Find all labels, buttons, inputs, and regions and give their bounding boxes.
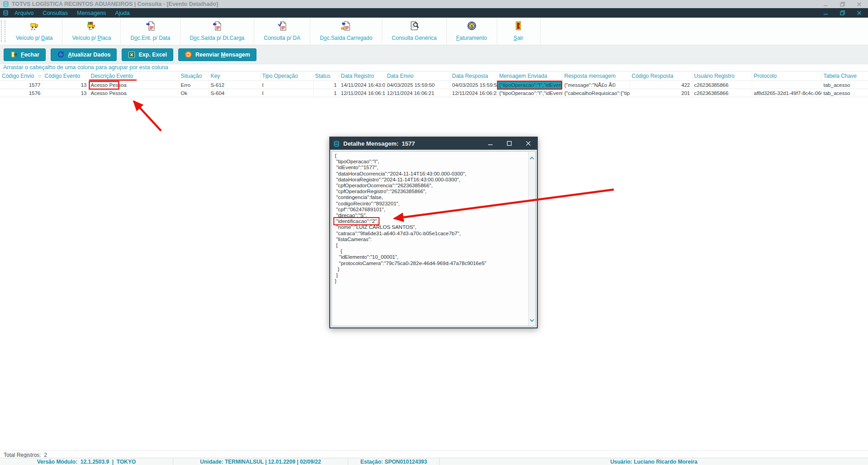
- toolbar-label: Doc.Ent. p/ Data: [130, 35, 170, 41]
- maximize-icon[interactable]: [507, 140, 512, 148]
- button-label: Reenviar Mensagem: [195, 52, 250, 58]
- minimize-icon[interactable]: [823, 2, 828, 7]
- annotation-arrow-grid: [134, 101, 161, 131]
- menu-ajuda[interactable]: Ajuda: [111, 10, 134, 16]
- json-content: { "tipoOperacao":"I", "idEvento":"1577",…: [335, 153, 528, 324]
- cell-data-envio[interactable]: 12/11/2024 16:06:21: [385, 89, 450, 97]
- cell-data-registro[interactable]: 12/11/2024 16:06:18: [339, 89, 385, 97]
- exp-excel-button[interactable]: Exp. Excel: [122, 48, 173, 61]
- cell-protocolo[interactable]: af8d3265-32d1-49f7-8c4c-060648: [752, 89, 821, 97]
- button-label: Atualizar Dados: [68, 52, 110, 58]
- truck-date-icon: [29, 20, 40, 33]
- cell-situacao[interactable]: Ok: [179, 89, 209, 97]
- cell-descricao-evento[interactable]: Acesso Pessoa: [89, 81, 179, 89]
- cell-data-resposta[interactable]: 04/03/2025 15:59:52: [450, 81, 497, 89]
- cell-usuario-registro[interactable]: c26236385866: [692, 81, 752, 89]
- reenviar-mensagem-button[interactable]: Reenviar Mensagem: [178, 48, 256, 61]
- menubar: Arquivo Consultas Mensagens Ajuda: [0, 8, 868, 18]
- col-descricao-evento[interactable]: Descrição Evento: [89, 71, 179, 81]
- cell-data-envio[interactable]: 04/03/2025 15:59:50: [385, 81, 450, 89]
- cell-descricao-evento[interactable]: Acesso Pessoa: [89, 89, 179, 97]
- cell-codigo-envio[interactable]: 1576: [0, 89, 43, 97]
- menu-mensagens[interactable]: Mensagens: [73, 10, 110, 16]
- close-icon[interactable]: [857, 10, 862, 15]
- grid-row-1577[interactable]: 1577 13 Acesso Pessoa Erro S-612 I 1 14/…: [0, 81, 868, 89]
- toolbar-veiculo-data[interactable]: Veículo p/ Data: [6, 18, 62, 45]
- cell-codigo-resposta[interactable]: 201: [630, 89, 692, 97]
- col-data-registro[interactable]: Data Registro: [339, 71, 385, 81]
- button-label: Exp. Excel: [138, 52, 167, 58]
- events-grid: Código Envio▽ Código Evento Descrição Ev…: [0, 71, 868, 97]
- atualizar-dados-button[interactable]: Atualizar Dados: [51, 48, 117, 61]
- col-tabela-chave[interactable]: Tabela Chave: [821, 71, 868, 81]
- col-situacao[interactable]: Situação: [179, 71, 209, 81]
- col-key[interactable]: Key: [209, 71, 260, 81]
- menu-arquivo[interactable]: Arquivo: [10, 10, 38, 16]
- toolbar-doc-saida-carregado[interactable]: Doc.Saída Carregado: [310, 18, 382, 45]
- col-codigo-resposta[interactable]: Código Resposta: [630, 71, 692, 81]
- toolbar-veiculo-placa[interactable]: Veículo p/ Placa: [62, 18, 121, 45]
- drag-handle[interactable]: [1, 20, 5, 42]
- minimize-icon[interactable]: [488, 140, 493, 148]
- cell-data-registro[interactable]: 14/11/2024 16:43:00: [339, 81, 385, 89]
- toolbar-faturamento[interactable]: $ Faturamento: [447, 18, 497, 45]
- cell-resposta-mensagem[interactable]: {"cabecalhoRequisicao":{"tipoO: [562, 89, 630, 97]
- cell-codigo-envio[interactable]: 1577: [0, 81, 43, 89]
- col-usuario-registro[interactable]: Usuário Registro: [692, 71, 752, 81]
- sort-indicator-icon[interactable]: ▽: [38, 74, 41, 79]
- toolbar-label: Doc.Saída Carregado: [320, 35, 372, 41]
- toolbar-sair[interactable]: Sair: [497, 18, 541, 45]
- dialog-titlebar[interactable]: Detalhe Mensagem: 1577: [330, 138, 537, 150]
- cell-mensagem-enviada[interactable]: {"tipoOperacao":"I","idEvent: [497, 89, 562, 97]
- database-icon: [3, 0, 9, 8]
- fechar-button[interactable]: Fechar: [4, 48, 46, 61]
- close-icon[interactable]: [526, 140, 531, 148]
- grid-row-1576[interactable]: 1576 13 Acesso Pessoa Ok S-604 I 1 12/11…: [0, 89, 868, 97]
- action-bar: Fechar Atualizar Dados Exp. Excel Reenvi…: [0, 45, 868, 64]
- database-icon: [3, 9, 9, 16]
- cell-key[interactable]: S-612: [209, 81, 260, 89]
- cell-key[interactable]: S-604: [209, 89, 260, 97]
- cell-codigo-resposta[interactable]: 422: [630, 81, 692, 89]
- cell-data-resposta[interactable]: 12/11/2024 16:06:22: [450, 89, 497, 97]
- cell-tabela-chave[interactable]: tab_acesso: [821, 81, 868, 89]
- cell-resposta-mensagem[interactable]: {"message":"NÃ£o Ã©: [562, 81, 630, 89]
- cell-codigo-evento[interactable]: 13: [43, 81, 89, 89]
- cell-codigo-evento[interactable]: 13: [43, 89, 89, 97]
- cell-tipo-operacao[interactable]: I: [260, 89, 313, 97]
- toolbar-label: Veículo p/ Data: [16, 35, 52, 41]
- col-data-resposta[interactable]: Data Resposta: [450, 71, 497, 81]
- cell-status[interactable]: 1: [313, 89, 339, 97]
- cell-usuario-registro[interactable]: c26236385866: [692, 89, 752, 97]
- restore-icon[interactable]: [840, 10, 845, 15]
- status-usuario: Usuário: Luciano Ricardo Moreira: [440, 458, 868, 465]
- col-protocolo[interactable]: Protocolo: [752, 71, 821, 81]
- toolbar-consulta-da[interactable]: Consulta p/ DA: [254, 18, 310, 45]
- col-status[interactable]: Status: [313, 71, 339, 81]
- dialog-scrollbar[interactable]: [528, 152, 535, 325]
- col-resposta-mensagem[interactable]: Resposta mensagem: [562, 71, 630, 81]
- cell-tipo-operacao[interactable]: I: [260, 81, 313, 89]
- minimize-icon[interactable]: [823, 10, 828, 15]
- toolbar-consulta-generica[interactable]: Consulta Genérica: [382, 18, 446, 45]
- cell-mensagem-enviada-selected[interactable]: {"tipoOperacao":"I","idEvent: [497, 81, 562, 89]
- window-titlebar: TOTVS LOGÍSTICA RECINTOS ADUANEIROS | Co…: [0, 0, 868, 8]
- col-codigo-envio[interactable]: Código Envio▽: [0, 71, 43, 81]
- scroll-up-icon[interactable]: [530, 153, 534, 161]
- col-mensagem-enviada[interactable]: Mensagem Enviada: [497, 71, 562, 81]
- doc-loaded-icon: [341, 20, 351, 33]
- cell-protocolo[interactable]: [752, 81, 821, 89]
- col-codigo-evento[interactable]: Código Evento: [43, 71, 89, 81]
- toolbar-doc-ent-data[interactable]: Doc.Ent. p/ Data: [121, 18, 180, 45]
- col-data-envio[interactable]: Data Envio: [385, 71, 450, 81]
- toolbar-doc-saida-carga[interactable]: Doc.Saída p/ Dt.Carga: [180, 18, 255, 45]
- restore-icon[interactable]: [840, 2, 845, 7]
- cell-situacao[interactable]: Erro: [179, 81, 209, 89]
- cell-status[interactable]: 1: [313, 81, 339, 89]
- message-json-view[interactable]: { "tipoOperacao":"I", "idEvento":"1577",…: [332, 151, 536, 326]
- close-icon[interactable]: [857, 2, 862, 7]
- cell-tabela-chave[interactable]: tab_acesso: [821, 89, 868, 97]
- menu-consultas[interactable]: Consultas: [38, 10, 72, 16]
- col-tipo-operacao[interactable]: Tipo Operação: [260, 71, 313, 81]
- scroll-down-icon[interactable]: [530, 316, 534, 324]
